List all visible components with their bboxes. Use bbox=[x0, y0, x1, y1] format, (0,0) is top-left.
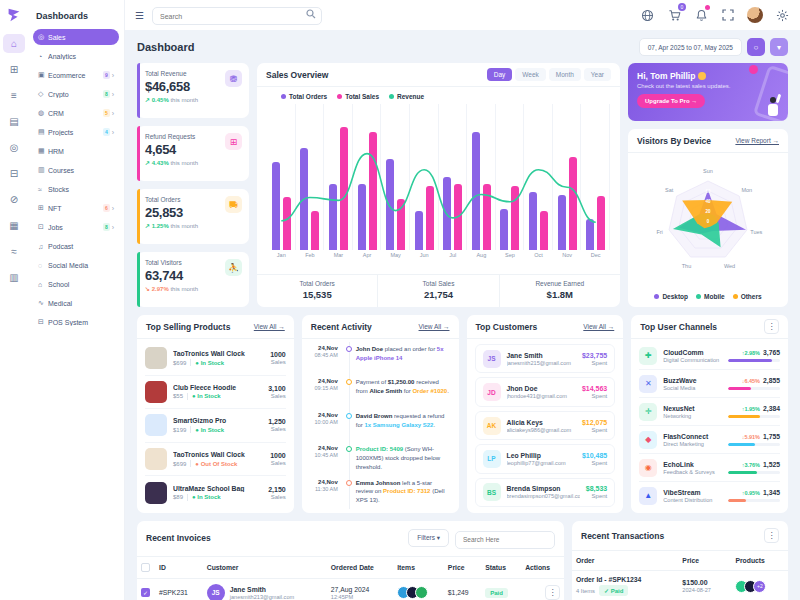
transactions-menu-button[interactable]: ⋮ bbox=[764, 528, 779, 543]
spend-label: Spent bbox=[582, 460, 607, 466]
column-header: Ordered Date bbox=[327, 556, 393, 578]
channel-stats: ↑1.95%2,384 bbox=[728, 405, 780, 418]
channel-value: 2,855 bbox=[763, 377, 780, 384]
user-avatar[interactable] bbox=[747, 7, 763, 23]
customer-name: Brenda Simpson bbox=[507, 485, 580, 492]
timeline-dot bbox=[346, 480, 352, 486]
sidebar-item-nft[interactable]: ⊞NFT6› bbox=[33, 200, 119, 216]
tab-year[interactable]: Year bbox=[584, 68, 611, 81]
view-report-link[interactable]: View Report → bbox=[735, 137, 779, 144]
sidebar-item-podcast[interactable]: ♫Podcast bbox=[33, 238, 119, 254]
sidebar-item-analytics[interactable]: ◔Analytics bbox=[33, 48, 119, 64]
trend-percent: 0.45% bbox=[152, 97, 171, 103]
sidebar-item-hrm[interactable]: ▦HRM bbox=[33, 143, 119, 159]
timeline bbox=[344, 442, 356, 475]
bell-icon[interactable] bbox=[693, 7, 709, 23]
customer-spend: $14,563Spent bbox=[582, 385, 607, 399]
fullscreen-icon[interactable] bbox=[720, 7, 736, 23]
archive-icon[interactable]: ▦ bbox=[3, 216, 25, 235]
legend-label: Revenue bbox=[397, 93, 424, 100]
progress-fill bbox=[728, 471, 757, 474]
customer-email: jhondoe431@gmail.com bbox=[507, 393, 576, 399]
channels-menu-button[interactable]: ⋮ bbox=[764, 319, 779, 334]
channel-name: VibeStream bbox=[663, 489, 722, 496]
tab-month[interactable]: Month bbox=[549, 68, 581, 81]
invoices-table: IDCustomerOrdered DateItemsPriceStatusAc… bbox=[137, 556, 564, 600]
month-label: Oct bbox=[524, 252, 553, 258]
date-dropdown-button[interactable]: ▾ bbox=[770, 38, 788, 56]
target-icon[interactable]: ◎ bbox=[3, 138, 25, 157]
activity-timestamp: 24,Nov11:30 AM bbox=[310, 476, 344, 509]
products-view-all-link[interactable]: View All → bbox=[254, 323, 285, 330]
sidebar-item-school[interactable]: ⌂School bbox=[33, 276, 119, 292]
summary-cell: Total Orders15,535 bbox=[257, 275, 377, 307]
sidebar-item-ecommerce[interactable]: ▣Ecommerce9› bbox=[33, 67, 119, 83]
activity-highlight[interactable]: Product ID: 7312 bbox=[383, 488, 430, 494]
compass-icon[interactable]: ⊘ bbox=[3, 190, 25, 209]
channel-value: 2,384 bbox=[763, 405, 780, 412]
stock-status: ● In Stock bbox=[195, 427, 224, 433]
activity-highlight[interactable]: Order #1020 bbox=[412, 388, 447, 394]
sidebar-item-crm[interactable]: ◍CRM5› bbox=[33, 105, 119, 121]
sidebar-item-courses[interactable]: ▥Courses bbox=[33, 162, 119, 178]
sidebar-item-jobs[interactable]: ⊡Jobs8› bbox=[33, 219, 119, 235]
row-actions-button[interactable]: ⋮ bbox=[545, 585, 560, 600]
menu-toggle-icon[interactable]: ☰ bbox=[135, 10, 144, 21]
activity-highlight[interactable]: Product ID: 5409 bbox=[356, 446, 403, 452]
product-image bbox=[145, 482, 167, 504]
activity-highlight[interactable]: 1x Samsung Galaxy S22 bbox=[364, 422, 433, 428]
kanban-icon[interactable]: ▥ bbox=[3, 268, 25, 287]
nav-item-icon: ▣ bbox=[38, 71, 48, 79]
product-sales: 1000Sales bbox=[270, 452, 286, 466]
channel-stats: ↑3.76%1,525 bbox=[728, 461, 780, 474]
sidebar-item-projects[interactable]: ▤Projects4› bbox=[33, 124, 119, 140]
tab-week[interactable]: Week bbox=[515, 68, 546, 81]
sales-suffix: Sales bbox=[268, 393, 286, 399]
activity-timestamp: 24,Nov10:00 AM bbox=[310, 409, 344, 442]
activity-view-all-link[interactable]: View All → bbox=[419, 323, 450, 330]
globe-icon[interactable] bbox=[639, 7, 655, 23]
column-header: Status bbox=[481, 556, 521, 578]
refresh-button[interactable]: ○ bbox=[747, 38, 765, 56]
channel-row: ▲VibeStreamContent Distribution↑0.95%1,3… bbox=[639, 481, 780, 509]
search-input[interactable] bbox=[152, 7, 322, 25]
recent-activity-card: Recent Activity View All → 24,Nov08:45 A… bbox=[302, 315, 459, 513]
apps-icon[interactable]: ⊞ bbox=[3, 60, 25, 79]
nav-item-label: Sales bbox=[48, 34, 114, 41]
sidebar-item-pos-system[interactable]: ⊟POS System bbox=[33, 314, 119, 330]
tab-day[interactable]: Day bbox=[487, 68, 513, 81]
activity-text: Payment of $1,250.00 received from Alice… bbox=[356, 375, 451, 408]
gear-icon[interactable] bbox=[774, 7, 790, 23]
cart-icon[interactable]: 0 bbox=[666, 7, 682, 23]
home-icon[interactable]: ⌂ bbox=[3, 34, 25, 53]
row-checkbox[interactable]: ✓ bbox=[141, 588, 150, 597]
month-label: Apr bbox=[353, 252, 382, 258]
filters-button[interactable]: Filters ▾ bbox=[408, 529, 449, 547]
invoices-search-input[interactable] bbox=[455, 531, 555, 549]
date-range-picker[interactable]: 07, Apr 2025 to 07, May 2025 bbox=[639, 38, 742, 56]
product-price: $55 bbox=[173, 393, 183, 399]
sidebar-item-sales[interactable]: ◎Sales bbox=[33, 29, 119, 45]
nav-item-icon: ▥ bbox=[38, 166, 48, 174]
ordered-date: 27,Aug 202412:45PM bbox=[327, 578, 393, 600]
spike-logo[interactable] bbox=[5, 6, 23, 24]
file-icon[interactable]: ▤ bbox=[3, 112, 25, 131]
sidebar-item-crypto[interactable]: ◇Crypto8› bbox=[33, 86, 119, 102]
upgrade-pro-button[interactable]: Upgrade To Pro → bbox=[637, 94, 705, 108]
sidebar-item-medical[interactable]: ∿Medical bbox=[33, 295, 119, 311]
stock-status: ● In Stock bbox=[192, 393, 221, 399]
customers-view-all-link[interactable]: View All → bbox=[583, 323, 614, 330]
customer-email: aliciakeys986@gmail.com bbox=[507, 427, 576, 433]
stat-card: Total Revenue$46,658↗ 0.45% this month⛃ bbox=[137, 63, 249, 118]
radar-axis-label: Thu bbox=[682, 263, 691, 269]
sidebar-item-social-media[interactable]: ◌Social Media bbox=[33, 257, 119, 273]
chart-icon[interactable]: ≈ bbox=[3, 242, 25, 261]
select-all-checkbox[interactable] bbox=[141, 563, 150, 572]
nav-item-label: CRM bbox=[48, 110, 103, 117]
gift-icon[interactable]: ⊟ bbox=[3, 164, 25, 183]
layers-icon[interactable]: ≡ bbox=[3, 86, 25, 105]
sales-bar-chart bbox=[267, 104, 610, 250]
sidebar-item-stocks[interactable]: ≈Stocks bbox=[33, 181, 119, 197]
nav-item-label: Crypto bbox=[48, 91, 103, 98]
nav-item-icon: ▤ bbox=[38, 128, 48, 136]
